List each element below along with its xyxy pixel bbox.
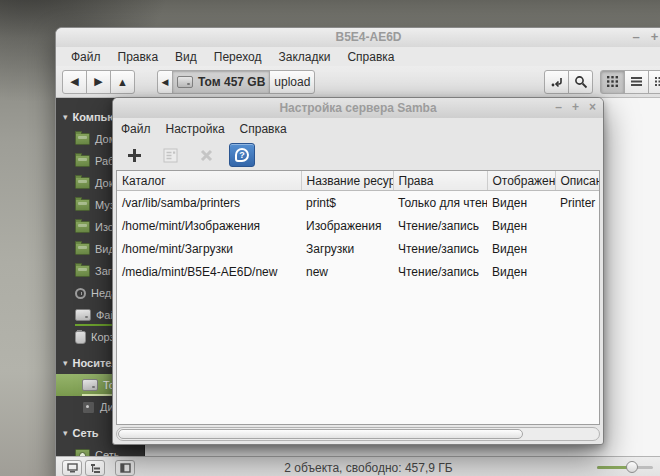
main-menu-item-1[interactable]: Правка: [118, 50, 159, 64]
breadcrumb-segment-upload[interactable]: upload: [269, 70, 315, 94]
main-menubar: ФайлПравкаВидПереходЗакладкиСправка: [56, 47, 660, 66]
grid-view-button[interactable]: [600, 70, 625, 94]
cell-rights: Чтение/запись: [393, 260, 487, 283]
search-button[interactable]: [568, 70, 593, 94]
cell-visibility: Виден: [487, 260, 555, 283]
cell-path: /home/mint/Изображения: [117, 214, 301, 237]
table-row[interactable]: /var/lib/samba/printersprint$Только для …: [117, 191, 600, 215]
maximize-icon[interactable]: +: [651, 29, 659, 45]
collapse-triangle-icon: ▾: [63, 428, 68, 438]
column-header-0[interactable]: Каталог: [117, 171, 301, 191]
videos-folder-icon: [75, 243, 90, 255]
share-properties-button[interactable]: [157, 143, 183, 167]
back-arrow-icon: ◀: [70, 75, 78, 88]
help-question-icon: ?: [235, 148, 249, 162]
window-titlebar[interactable]: B5E4-AE6D – + ×: [56, 28, 660, 47]
pictures-folder-icon: [75, 221, 90, 233]
cell-path: /var/lib/samba/printers: [117, 191, 301, 215]
cell-path: /home/mint/Загрузки: [117, 237, 301, 260]
forward-arrow-icon: ▶: [94, 75, 102, 88]
maximize-icon[interactable]: +: [572, 100, 579, 114]
status-text: 2 объекта, свободно: 457,9 ГБ: [56, 461, 660, 475]
cell-visibility: Виден: [487, 191, 555, 215]
shares-table: КаталогНазвание ресурсаПраваОтображениеО…: [117, 171, 600, 283]
nav-button-group: ◀ ▶ ▲: [62, 70, 135, 94]
breadcrumb-scroll-left-button[interactable]: ◀: [157, 70, 173, 94]
documents-folder-icon: [75, 177, 90, 189]
shares-table-header: КаталогНазвание ресурсаПраваОтображениеО…: [117, 171, 600, 191]
dialog-menu-item-2[interactable]: Справка: [240, 122, 287, 136]
toggle-location-entry-button[interactable]: [544, 70, 569, 94]
downloads-folder-icon: [75, 265, 90, 277]
shares-table-view: КаталогНазвание ресурсаПраваОтображениеО…: [116, 170, 600, 425]
window-controls: – + ×: [633, 29, 660, 45]
zoom-slider-fill: [597, 466, 629, 469]
back-button[interactable]: ◀: [62, 70, 87, 94]
compact-view-button[interactable]: [648, 70, 660, 94]
horizontal-scrollbar[interactable]: [116, 427, 600, 441]
cell-description: [555, 260, 600, 283]
forward-button[interactable]: ▶: [86, 70, 111, 94]
up-button[interactable]: ▲: [110, 70, 135, 94]
properties-icon: [163, 148, 178, 163]
toolbar-right-tools: [544, 70, 660, 94]
list-view-button[interactable]: [624, 70, 649, 94]
optical-disk-icon: [82, 401, 95, 414]
column-header-3[interactable]: Отображение: [487, 171, 555, 191]
main-toolbar: ◀ ▶ ▲ ◀ Том 457 GB upload: [56, 66, 660, 98]
cell-description: [555, 214, 600, 237]
help-button[interactable]: ?: [229, 143, 255, 167]
desktop-folder-icon: [75, 155, 90, 167]
column-header-4[interactable]: Описание: [555, 171, 600, 191]
column-header-1[interactable]: Название ресурса: [301, 171, 393, 191]
minimize-icon[interactable]: –: [555, 100, 562, 114]
cell-share-name: new: [301, 260, 393, 283]
breadcrumb-segment-volume[interactable]: Том 457 GB: [172, 70, 270, 94]
main-menu-item-3[interactable]: Переход: [214, 50, 262, 64]
breadcrumb-label: Том 457 GB: [198, 75, 265, 89]
cell-visibility: Виден: [487, 237, 555, 260]
up-arrow-icon: ▲: [117, 76, 128, 88]
scrollbar-thumb[interactable]: [118, 429, 523, 439]
breadcrumb-label: upload: [274, 75, 310, 89]
cell-rights: Чтение/запись: [393, 237, 487, 260]
cell-rights: Только для чтения: [393, 191, 487, 215]
table-row[interactable]: /home/mint/ЗагрузкиЗагрузкиЧтение/запись…: [117, 237, 600, 260]
dialog-menubar: ФайлНастройкаСправка: [113, 118, 603, 140]
cell-share-name: Загрузки: [301, 237, 393, 260]
dialog-menu-item-0[interactable]: Файл: [121, 122, 151, 136]
main-menu-item-2[interactable]: Вид: [175, 50, 197, 64]
search-icon: [574, 75, 588, 89]
dialog-toolbar: ?: [113, 140, 603, 170]
zoom-slider[interactable]: [597, 466, 653, 469]
cell-share-name: print$: [301, 191, 393, 215]
main-menu-item-4[interactable]: Закладки: [278, 50, 330, 64]
cell-visibility: Виден: [487, 214, 555, 237]
minimize-icon[interactable]: –: [633, 29, 640, 45]
list-view-icon: [630, 75, 643, 88]
collapse-triangle-icon: ▾: [63, 112, 68, 122]
main-menu-item-0[interactable]: Файл: [71, 50, 101, 64]
home-folder-icon: [75, 133, 90, 145]
delete-x-icon: [200, 149, 213, 162]
window-title: B5E4-AE6D: [56, 30, 660, 44]
add-share-button[interactable]: [121, 143, 147, 167]
close-icon[interactable]: ×: [589, 100, 596, 114]
table-row[interactable]: /media/mint/B5E4-AE6D/newnewЧтение/запис…: [117, 260, 600, 283]
breadcrumb: ◀ Том 457 GB upload: [157, 70, 315, 94]
column-header-2[interactable]: Права: [393, 171, 487, 191]
desktop-background: B5E4-AE6D – + × ФайлПравкаВидПереходЗакл…: [0, 0, 660, 476]
plus-icon: [127, 148, 142, 163]
grid-view-icon: [606, 75, 619, 88]
table-row[interactable]: /home/mint/ИзображенияИзображенияЧтение/…: [117, 214, 600, 237]
samba-config-dialog: Настройка сервера Samba – + × ФайлНастро…: [112, 97, 604, 445]
dialog-titlebar[interactable]: Настройка сервера Samba – + ×: [113, 98, 603, 118]
trash-icon: [75, 331, 86, 344]
main-menu-item-5[interactable]: Справка: [347, 50, 394, 64]
dialog-menu-item-1[interactable]: Настройка: [166, 122, 225, 136]
filesystem-drive-icon: [75, 309, 91, 321]
statusbar: 2 объекта, свободно: 457,9 ГБ: [56, 456, 660, 476]
cell-share-name: Изображения: [301, 214, 393, 237]
compact-view-icon: [654, 75, 660, 88]
delete-share-button[interactable]: [193, 143, 219, 167]
